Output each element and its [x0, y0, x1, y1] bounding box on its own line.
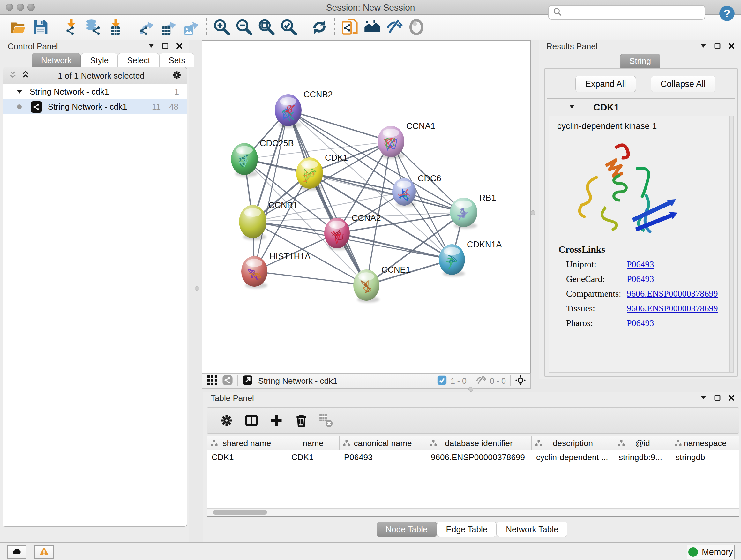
import-database-icon [85, 18, 102, 36]
gear-button[interactable] [214, 409, 239, 432]
import-network-button[interactable] [60, 17, 82, 38]
node-CCNB2[interactable]: CCNB2 [275, 90, 333, 128]
tab-select[interactable]: Select [118, 53, 159, 67]
memory-button[interactable]: Memory [687, 545, 735, 559]
save-button[interactable] [29, 17, 52, 38]
column-header-description[interactable]: description [532, 436, 614, 450]
node-CDKN1A[interactable]: CDKN1A [439, 240, 502, 277]
selected-checkbox-icon[interactable] [436, 375, 448, 387]
float-panel-icon[interactable] [714, 42, 721, 51]
tab-edge-table[interactable]: Edge Table [437, 522, 497, 537]
homes-icon [364, 18, 381, 36]
column-header-databaseidentifier[interactable]: database identifier [426, 436, 532, 450]
tab-string[interactable]: String [620, 54, 660, 68]
column-header-id[interactable]: @id [614, 436, 671, 450]
close-panel-icon[interactable] [728, 394, 735, 403]
panel-menu-icon[interactable] [699, 394, 707, 403]
expand-all-button[interactable]: Expand All [576, 76, 636, 92]
zoom-in-button[interactable] [211, 17, 233, 38]
results-scrollbar[interactable] [729, 116, 733, 372]
panel-menu-icon[interactable] [147, 42, 155, 51]
hide-annotations-button[interactable] [384, 17, 406, 38]
hidden-eye-icon[interactable] [476, 375, 487, 387]
help-button[interactable]: ? [719, 5, 735, 22]
column-header-namespace[interactable]: namespace [671, 436, 739, 450]
external-link-icon[interactable] [242, 375, 253, 387]
zoom-out-button[interactable] [233, 17, 255, 38]
float-panel-icon[interactable] [161, 42, 169, 51]
edge-CCNB2-HIST1H1A[interactable] [254, 110, 288, 271]
zoom-fit-button[interactable] [255, 17, 278, 38]
edge-CCNA2-CDKN1A[interactable] [337, 233, 452, 260]
crosslink-link[interactable]: 9606.ENSP00000378699 [627, 303, 718, 314]
help-icon: ? [719, 5, 735, 22]
cdk1-entry-header[interactable]: CDK1 [547, 99, 735, 116]
tab-network[interactable]: Network [32, 53, 81, 67]
collapse-all-button[interactable]: Collapse All [651, 76, 716, 92]
crosslink-link[interactable]: P06493 [627, 259, 654, 269]
share-document-button[interactable] [339, 17, 361, 38]
left-splitter-handle[interactable] [195, 286, 199, 291]
close-panel-icon[interactable] [176, 42, 183, 51]
columns-button[interactable] [239, 409, 264, 432]
import-table-button[interactable] [105, 17, 127, 38]
crosslink-row: Tissues: 9606.ENSP00000378699 [558, 303, 718, 314]
export-image-button[interactable] [180, 17, 202, 38]
warnings-button[interactable] [35, 545, 54, 559]
node-HIST1H1A[interactable]: HIST1H1A [241, 252, 311, 289]
add-column-button[interactable] [264, 409, 289, 432]
scrollbar-handle[interactable] [213, 510, 267, 515]
birdseye-grid-icon[interactable] [207, 375, 218, 387]
string-share-icon[interactable] [222, 375, 233, 387]
zoom-in-icon [213, 18, 230, 36]
open-folder-button[interactable] [7, 17, 29, 38]
import-database-button[interactable] [82, 17, 105, 38]
table-row[interactable]: CDK1CDK1P064939606.ENSP00000378699cyclin… [207, 450, 739, 464]
expand-all-icon[interactable] [21, 70, 30, 81]
export-table-button[interactable] [158, 17, 180, 38]
search-input[interactable] [565, 7, 704, 18]
right-splitter-handle[interactable] [531, 210, 536, 215]
trash-button[interactable] [289, 409, 314, 432]
export-network-button[interactable] [135, 17, 158, 38]
column-header-name[interactable]: name [287, 436, 340, 450]
crosslink-link[interactable]: P06493 [627, 274, 654, 284]
collapse-all-icon[interactable] [8, 70, 17, 81]
node-RB1[interactable]: RB1 [450, 193, 496, 229]
float-panel-icon[interactable] [714, 394, 721, 403]
network-canvas[interactable]: CCNB2CCNA1CDC25BCDK1CDC6RB1CCNB1CCNA2CDK… [202, 40, 531, 373]
tab-style[interactable]: Style [81, 53, 118, 67]
zoom-selected-button[interactable] [278, 17, 300, 38]
tab-network-table[interactable]: Network Table [496, 522, 567, 537]
network-collection-row[interactable]: String Network - cdk1 1 [3, 84, 187, 99]
node-CCNA1[interactable]: CCNA1 [378, 121, 435, 159]
toolbar-separator [206, 18, 207, 37]
close-panel-icon[interactable] [728, 42, 735, 51]
external-link-icon [242, 375, 253, 386]
fit-content-crosshair-icon[interactable] [515, 375, 526, 387]
panel-menu-icon[interactable] [699, 42, 707, 51]
crosslink-link[interactable]: 9606.ENSP00000378699 [627, 289, 718, 299]
bottom-splitter-handle[interactable] [468, 387, 473, 392]
gear-icon[interactable] [172, 70, 182, 81]
expander-caret-icon[interactable] [16, 88, 23, 96]
node-CCNE1[interactable]: CCNE1 [353, 265, 411, 303]
crosslink-link[interactable]: P06493 [627, 318, 654, 328]
column-header-canonicalname[interactable]: canonical name [340, 436, 426, 450]
tab-sets[interactable]: Sets [159, 53, 194, 67]
open-folder-icon [10, 18, 27, 36]
search-box[interactable] [548, 5, 705, 20]
delete-table-button[interactable] [314, 409, 339, 432]
table-horizontal-scrollbar[interactable] [207, 508, 739, 516]
edge-CCNB2-CCNA1[interactable] [288, 110, 391, 141]
node-CDC25B[interactable]: CDC25B [231, 138, 294, 177]
network-row[interactable]: String Network - cdk1 11 48 [3, 99, 187, 114]
cloud-button[interactable] [7, 545, 26, 559]
homes-button[interactable] [361, 17, 384, 38]
refresh-button[interactable] [308, 17, 331, 38]
grid9-icon [207, 375, 218, 386]
column-header-sharedname[interactable]: shared name [207, 436, 287, 450]
show-annotations-button[interactable] [406, 17, 428, 38]
edge-HIST1H1A-CCNE1[interactable] [254, 271, 366, 285]
tab-node-table[interactable]: Node Table [377, 522, 437, 537]
